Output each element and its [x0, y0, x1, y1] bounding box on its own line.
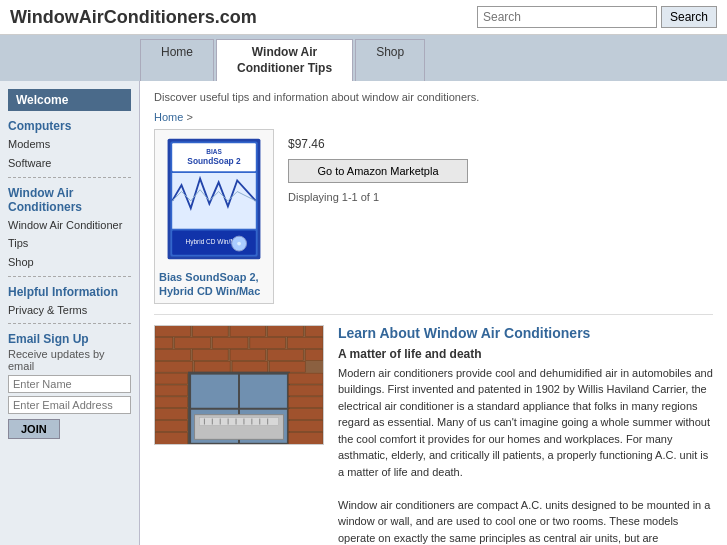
sidebar-wac-title: Window AirConditioners: [8, 186, 131, 214]
svg-rect-21: [155, 349, 191, 360]
sidebar-email-subtitle: Receive updates by email: [8, 348, 131, 372]
sidebar-link-tips[interactable]: Window Air Conditioner Tips: [8, 216, 131, 253]
sidebar-computers-title: Computers: [8, 119, 131, 133]
svg-point-9: [237, 242, 241, 246]
svg-rect-50: [288, 397, 323, 408]
product-title-link[interactable]: Bias SoundSoap 2, Hybrid CD Win/Mac: [159, 270, 269, 299]
join-button[interactable]: JOIN: [8, 419, 60, 439]
sidebar-link-modems[interactable]: Modems: [8, 135, 131, 154]
svg-rect-51: [155, 408, 188, 419]
logo-text: WindowAirConditioners: [10, 7, 215, 27]
article-title: Learn About Window Air Conditioners: [338, 325, 713, 341]
article-image-svg: [155, 326, 323, 444]
search-form: Search: [477, 6, 717, 28]
svg-rect-53: [155, 420, 188, 431]
svg-rect-20: [287, 337, 323, 348]
email-address-input[interactable]: [8, 396, 131, 414]
welcome-heading: Welcome: [8, 89, 131, 111]
site-logo: WindowAirConditioners.com: [10, 7, 257, 28]
search-input[interactable]: [477, 6, 657, 28]
search-button[interactable]: Search: [661, 6, 717, 28]
sidebar-link-software[interactable]: Software: [8, 154, 131, 173]
product-section: BIAS SoundSoap 2 Hybrid CD Win/Mac Bias …: [154, 129, 713, 304]
sidebar-email-title: Email Sign Up: [8, 332, 131, 346]
product-image-box: BIAS SoundSoap 2 Hybrid CD Win/Mac Bias …: [154, 129, 274, 304]
svg-rect-27: [195, 361, 231, 372]
product-details: $97.46 Go to Amazon Marketpla Displaying…: [288, 129, 468, 304]
svg-rect-47: [155, 385, 188, 396]
svg-rect-13: [230, 326, 266, 337]
displaying-text: Displaying 1-1 of 1: [288, 191, 468, 203]
amazon-button[interactable]: Go to Amazon Marketpla: [288, 159, 468, 183]
sidebar-link-privacy[interactable]: Privacy & Terms: [8, 301, 131, 320]
svg-rect-26: [155, 361, 193, 372]
svg-rect-45: [155, 373, 188, 384]
main-layout: Welcome Computers Modems Software Window…: [0, 81, 727, 545]
sidebar-link-shop[interactable]: Shop: [8, 253, 131, 272]
nav-bar: Home Window AirConditioner Tips Shop: [0, 35, 727, 81]
breadcrumb-separator: >: [183, 111, 192, 123]
product-price: $97.46: [288, 137, 468, 151]
svg-rect-54: [288, 420, 323, 431]
svg-rect-12: [193, 326, 229, 337]
svg-text:BIAS: BIAS: [206, 149, 222, 156]
article-body-text-2: Window air conditioners are compact A.C.…: [338, 499, 710, 544]
sidebar-divider-1: [8, 177, 131, 178]
svg-rect-24: [268, 349, 304, 360]
svg-rect-11: [155, 326, 191, 337]
svg-rect-5: [172, 173, 256, 229]
svg-rect-16: [155, 337, 173, 348]
breadcrumb: Home >: [154, 111, 713, 123]
sidebar-helpful-title: Helpful Information: [8, 285, 131, 299]
sidebar-divider-2: [8, 276, 131, 277]
svg-rect-35: [199, 417, 278, 425]
article-subtitle: A matter of life and death: [338, 347, 713, 361]
svg-rect-29: [270, 361, 306, 372]
article-image-placeholder: [155, 326, 323, 444]
svg-rect-15: [305, 326, 323, 337]
svg-rect-19: [250, 337, 286, 348]
svg-rect-22: [193, 349, 229, 360]
svg-rect-55: [155, 432, 188, 444]
top-bar: WindowAirConditioners.com Search: [0, 0, 727, 35]
svg-rect-48: [288, 385, 323, 396]
svg-rect-52: [288, 408, 323, 419]
content-area: Discover useful tips and information abo…: [140, 81, 727, 545]
svg-rect-46: [288, 373, 323, 384]
logo-tld: .com: [215, 7, 257, 27]
article-body-text-1: Modern air conditioners provide cool and…: [338, 367, 713, 478]
product-image: BIAS SoundSoap 2 Hybrid CD Win/Mac: [159, 134, 269, 264]
svg-rect-56: [288, 432, 323, 444]
sidebar-divider-3: [8, 323, 131, 324]
email-name-input[interactable]: [8, 375, 131, 393]
article-section: Learn About Window Air Conditioners A ma…: [154, 314, 713, 545]
nav-tab-tips[interactable]: Window AirConditioner Tips: [216, 39, 353, 81]
nav-tab-home[interactable]: Home: [140, 39, 214, 81]
svg-rect-28: [232, 361, 268, 372]
article-image-box: [154, 325, 324, 445]
svg-rect-18: [212, 337, 248, 348]
svg-rect-49: [155, 397, 188, 408]
svg-rect-17: [175, 337, 211, 348]
article-text-box: Learn About Window Air Conditioners A ma…: [338, 325, 713, 545]
svg-text:SoundSoap 2: SoundSoap 2: [187, 156, 241, 166]
svg-rect-14: [268, 326, 304, 337]
svg-rect-25: [305, 349, 323, 360]
page-description: Discover useful tips and information abo…: [154, 91, 713, 103]
nav-tab-shop[interactable]: Shop: [355, 39, 425, 81]
sidebar: Welcome Computers Modems Software Window…: [0, 81, 140, 545]
svg-rect-23: [230, 349, 266, 360]
article-body: Modern air conditioners provide cool and…: [338, 365, 713, 545]
breadcrumb-home-link[interactable]: Home: [154, 111, 183, 123]
